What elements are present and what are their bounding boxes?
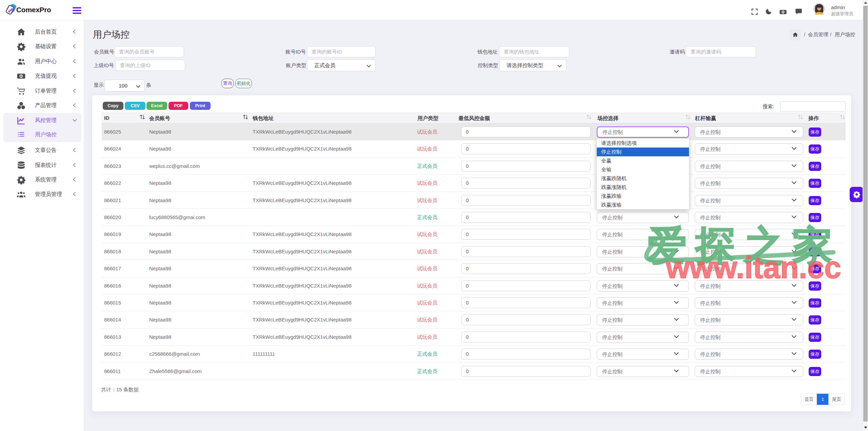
svg-text:1: 1 xyxy=(783,11,784,14)
svg-text:1: 1 xyxy=(20,75,22,78)
